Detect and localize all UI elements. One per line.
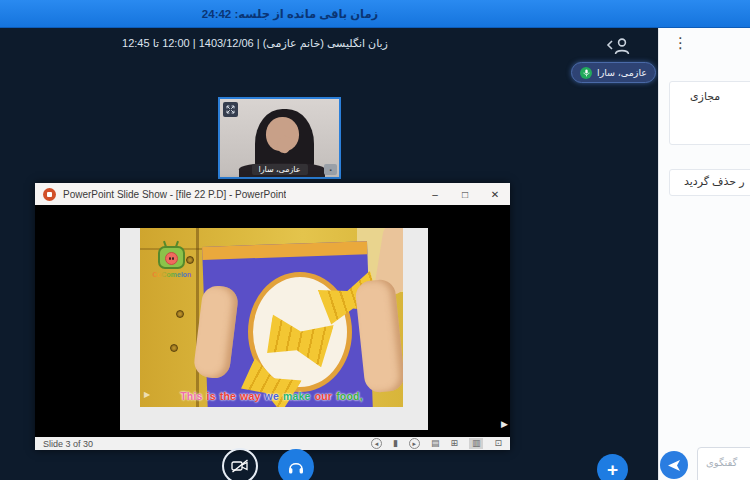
slide-area[interactable]: CoComelon Thisisthewaywemakeourfood, ▶ ▶ (35, 205, 510, 437)
cocomelon-tv-icon (158, 246, 185, 269)
pen-tools-icon[interactable]: ▮ (393, 438, 398, 449)
video-play-icon[interactable]: ▶ (144, 390, 150, 399)
add-content-button[interactable]: + (597, 454, 628, 480)
chat-message-input[interactable]: گفتگوی (697, 447, 750, 480)
speaker-name: عازمی، سارا (597, 67, 647, 78)
session-title: زبان انگلیسی (خانم عازمی) | 1403/12/06 |… (0, 37, 510, 50)
subtitle-word: food, (336, 390, 363, 402)
sidebar-notice-card: ر حذف گردید (669, 169, 750, 196)
powerpoint-window-title: PowerPoint Slide Show - [file 22 P.D] - … (63, 189, 286, 200)
subtitle-word: is (207, 390, 216, 402)
active-speaker-badge[interactable]: عازمی، سارا (571, 62, 656, 83)
expand-arrows-icon (225, 104, 236, 115)
sidebar-card[interactable]: مجازی (669, 81, 750, 145)
cabinet-knob (176, 310, 184, 318)
headphones-icon (287, 459, 305, 475)
next-slide-hint-icon: ▶ (501, 419, 508, 429)
session-timer-bar: زمان باقی مانده از جلسه: 24:42 (0, 0, 750, 28)
reading-view-icon[interactable]: ▥ (469, 438, 484, 449)
chat-input-placeholder: گفتگوی (706, 457, 737, 468)
powerpoint-titlebar[interactable]: PowerPoint Slide Show - [file 22 P.D] - … (35, 183, 510, 205)
send-icon (667, 459, 681, 472)
microphone-active-icon (580, 67, 592, 79)
subtitle-word: we (265, 390, 279, 402)
camera-off-icon (230, 458, 250, 474)
sidebar-menu-button[interactable]: ⋮ (673, 34, 688, 52)
subtitle-word: This (180, 390, 202, 402)
subtitle-word: make (283, 390, 311, 402)
remaining-time-text: زمان باقی مانده از جلسه: 24:42 (0, 0, 580, 28)
participants-toggle-button[interactable] (604, 35, 634, 57)
close-button[interactable]: ✕ (480, 183, 510, 205)
powerpoint-window[interactable]: PowerPoint Slide Show - [file 22 P.D] - … (35, 183, 510, 450)
notes-view-icon[interactable]: ▤ (431, 438, 440, 449)
subtitle-word: our (315, 390, 333, 402)
cocomelon-logo-text: CoComelon (146, 271, 198, 278)
ppt-statusbar-icons: ◂▮▸▤⊞▥⊡ (371, 438, 502, 449)
subtitle-word: way (240, 390, 260, 402)
grid-view-icon[interactable]: ⊞ (450, 438, 458, 449)
next-slide-icon[interactable]: ▸ (409, 438, 420, 449)
cocomelon-face (165, 252, 178, 265)
audio-button[interactable] (278, 449, 314, 480)
cabinet-knob (170, 344, 178, 352)
virtual-classroom-app: زمان باقی مانده از جلسه: 24:42 زبان انگل… (0, 0, 750, 480)
slide-counter: Slide 3 of 30 (43, 439, 93, 449)
subtitle-word: the (220, 390, 236, 402)
pasta-box-top-strip (202, 241, 367, 260)
cocomelon-logo: CoComelon (150, 240, 194, 286)
maximize-button[interactable]: □ (450, 183, 480, 205)
webcam-name-label: عازمی، سارا (251, 164, 307, 175)
sidebar-notice-text: ر حذف گردید (684, 175, 744, 188)
powerpoint-statusbar: Slide 3 of 30 ◂▮▸▤⊞▥⊡ (35, 437, 510, 450)
camera-toggle-button[interactable] (222, 448, 258, 480)
video-subtitle: Thisisthewaywemakeourfood, (140, 390, 403, 402)
send-message-button[interactable] (660, 451, 688, 479)
powerpoint-app-icon (43, 188, 56, 201)
person-chevron-icon (604, 35, 634, 57)
embedded-video[interactable]: CoComelon Thisisthewaywemakeourfood, ▶ (140, 228, 403, 407)
previous-slide-icon[interactable]: ◂ (371, 438, 382, 449)
expand-video-button[interactable] (223, 102, 238, 117)
presenter-display-icon[interactable]: ⊡ (494, 438, 502, 449)
sidebar-card-text: مجازی (690, 90, 720, 103)
minimize-button[interactable]: – (420, 183, 450, 205)
webcam-tile[interactable]: عازمی، سارا ▪ (218, 97, 341, 179)
chat-sidebar: ⋮ مجازی ر حذف گردید گفتگوی (658, 28, 750, 480)
webcam-mic-indicator: ▪ (324, 164, 337, 175)
embedded-video-frame: CoComelon Thisisthewaywemakeourfood, ▶ (120, 228, 428, 430)
